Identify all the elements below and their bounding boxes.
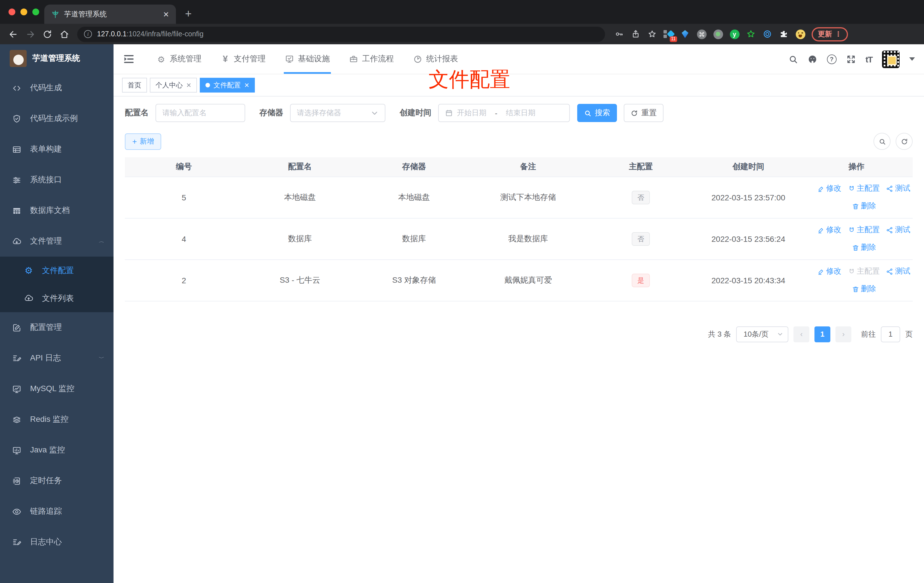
extension-dot-icon[interactable]	[713, 29, 723, 39]
sidebar-item-文件管理[interactable]: 文件管理︿	[0, 226, 114, 257]
sidebar-item-数据库文档[interactable]: 数据库文档	[0, 195, 114, 226]
avatar-caret-down-icon[interactable]	[909, 57, 915, 61]
add-button[interactable]: + 新增	[125, 133, 161, 150]
minimize-window-button[interactable]	[20, 8, 27, 15]
sidebar-item-Java 监控[interactable]: Java 监控	[0, 435, 114, 466]
back-icon[interactable]	[6, 27, 20, 41]
github-icon[interactable]	[808, 54, 817, 64]
sidebar-item-日志中心[interactable]: 日志中心	[0, 527, 114, 557]
master-action[interactable]: 主配置	[848, 225, 880, 235]
trash-icon	[851, 202, 859, 210]
help-icon[interactable]: ?	[827, 54, 837, 64]
topnav-item-工作流程[interactable]: 工作流程	[349, 44, 394, 74]
topnav-item-基础设施[interactable]: 基础设施	[285, 44, 330, 74]
edit-action[interactable]: 修改	[817, 183, 842, 193]
site-info-icon[interactable]: i	[84, 30, 92, 38]
shield-check-icon	[12, 114, 21, 124]
search-icon[interactable]	[788, 54, 798, 64]
date-filter-label: 创建时间	[399, 108, 431, 118]
master-action[interactable]: 主配置	[848, 266, 880, 276]
tab-close-icon[interactable]: ✕	[163, 10, 169, 18]
search-button[interactable]: 搜索	[577, 104, 617, 122]
new-tab-button[interactable]: +	[185, 7, 191, 24]
extension-y-icon[interactable]: y	[729, 29, 739, 39]
home-icon[interactable]	[57, 27, 71, 41]
sidebar-item-Redis 监控[interactable]: Redis 监控	[0, 404, 114, 435]
extension-tango-icon[interactable]: 11	[663, 29, 674, 39]
tag-首页[interactable]: 首页	[122, 78, 147, 92]
sidebar-item-配置管理[interactable]: 配置管理	[0, 312, 114, 343]
refresh-table-button[interactable]	[896, 133, 912, 150]
cell-name: 本地磁盘	[243, 177, 357, 218]
test-action[interactable]: 测试	[886, 266, 911, 276]
maximize-window-button[interactable]	[32, 8, 39, 15]
sidebar-item-代码生成示例[interactable]: 代码生成示例	[0, 103, 114, 134]
sidebar-item-文件列表[interactable]: 文件列表	[0, 284, 114, 312]
tag-close-icon[interactable]: ✕	[244, 81, 249, 89]
sidebar-item-系统接口[interactable]: 系统接口	[0, 165, 114, 195]
storage-filter-select[interactable]: 请选择存储器	[290, 104, 385, 122]
fullscreen-icon[interactable]	[846, 54, 856, 64]
sidebar-item-表单构建[interactable]: 表单构建	[0, 134, 114, 165]
date-range-input[interactable]: 开始日期 - 结束日期	[438, 104, 570, 122]
window-controls[interactable]	[8, 8, 39, 15]
sidebar-item-定时任务[interactable]: 定时任务	[0, 466, 114, 496]
extension-gem-icon[interactable]	[680, 29, 690, 39]
extension-eye-icon[interactable]	[762, 29, 772, 39]
extension-emoji-icon[interactable]	[795, 29, 805, 39]
browser-tab[interactable]: 芋道管理系统 ✕	[44, 5, 176, 24]
edit-action[interactable]: 修改	[817, 225, 842, 235]
edit-action[interactable]: 修改	[817, 266, 842, 276]
update-button[interactable]: 更新⋮	[812, 27, 848, 41]
favicon-sprout-icon	[51, 10, 59, 18]
prev-page-button[interactable]: ‹	[794, 326, 809, 342]
search-icon	[584, 109, 591, 117]
collapse-menu-icon[interactable]	[122, 53, 135, 65]
tag-个人中心[interactable]: 个人中心✕	[150, 78, 197, 92]
avatar[interactable]	[882, 50, 899, 68]
browser-menu-icon[interactable]: ⋮	[835, 30, 842, 38]
master-action[interactable]: 主配置	[848, 183, 880, 193]
sidebar-item-MySQL 监控[interactable]: MySQL 监控	[0, 373, 114, 404]
sidebar-item-API 日志[interactable]: API 日志﹀	[0, 343, 114, 373]
test-action[interactable]: 测试	[886, 183, 911, 193]
sidebar-item-文件配置[interactable]: ⚙ 文件配置	[0, 257, 114, 284]
code-icon	[12, 83, 21, 93]
app-header: ⚙系统管理¥支付管理基础设施工作流程统计报表 ? tT	[114, 44, 924, 74]
show-search-toggle-button[interactable]	[873, 133, 891, 150]
workflow-icon	[349, 55, 358, 64]
sidebar-item-代码生成[interactable]: 代码生成	[0, 73, 114, 103]
current-page-button[interactable]: 1	[815, 326, 830, 342]
topnav-item-支付管理[interactable]: ¥支付管理	[221, 44, 266, 74]
share-icon[interactable]	[630, 29, 641, 39]
password-key-icon[interactable]	[614, 29, 624, 39]
delete-action[interactable]: 删除	[851, 284, 876, 294]
topnav-item-系统管理[interactable]: ⚙系统管理	[157, 44, 201, 74]
extension-star-icon[interactable]	[746, 29, 756, 39]
close-window-button[interactable]	[8, 8, 15, 15]
cell-actions: 修改 主配置 测试 删除	[800, 177, 912, 218]
master-tag: 否	[632, 190, 650, 204]
top-navigation: ⚙系统管理¥支付管理基础设施工作流程统计报表	[157, 44, 458, 74]
tag-文件配置[interactable]: 文件配置✕	[200, 78, 255, 92]
test-action[interactable]: 测试	[886, 225, 911, 235]
reset-button[interactable]: 重置	[624, 104, 663, 122]
page-size-select[interactable]: 10条/页	[736, 326, 788, 342]
tag-close-icon[interactable]: ✕	[186, 81, 191, 89]
next-page-button[interactable]: ›	[835, 326, 851, 342]
goto-page-input[interactable]: 1	[881, 326, 900, 342]
font-size-icon[interactable]: tT	[866, 54, 872, 64]
delete-action[interactable]: 删除	[851, 243, 876, 253]
reload-icon[interactable]	[40, 27, 54, 41]
sidebar-item-链路追踪[interactable]: 链路追踪	[0, 496, 114, 527]
name-filter-input[interactable]: 请输入配置名	[155, 104, 245, 122]
extension-command-icon[interactable]	[696, 29, 706, 39]
extension-puzzle-icon[interactable]	[779, 29, 789, 39]
address-bar[interactable]: i 127.0.0.1:1024/infra/file/file-config	[77, 26, 605, 42]
schedule-icon	[12, 476, 21, 486]
delete-action[interactable]: 删除	[851, 201, 876, 211]
yen-icon: ¥	[221, 55, 230, 64]
cell-id: 2	[125, 259, 243, 301]
forward-icon[interactable]	[23, 27, 38, 41]
bookmark-star-icon[interactable]	[647, 29, 657, 39]
